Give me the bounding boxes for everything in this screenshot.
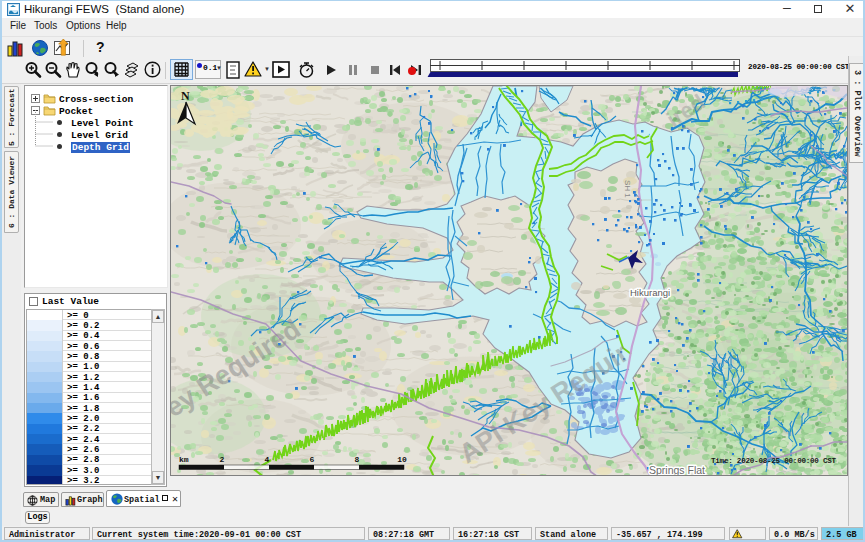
svg-text:2: 2: [220, 455, 225, 464]
svg-text:10: 10: [397, 455, 407, 464]
svg-text:Springs Flat: Springs Flat: [649, 464, 705, 476]
svg-text:N: N: [181, 89, 190, 103]
svg-text:SH 1: SH 1: [623, 180, 632, 198]
svg-text:Hikurangi: Hikurangi: [630, 287, 670, 298]
svg-text:6: 6: [310, 455, 315, 464]
svg-text:Time: 2020-08-25 00:00:00 CST: Time: 2020-08-25 00:00:00 CST: [711, 457, 837, 465]
svg-text:km: km: [179, 455, 189, 464]
svg-text:4: 4: [265, 455, 270, 464]
svg-text:8: 8: [355, 455, 360, 464]
